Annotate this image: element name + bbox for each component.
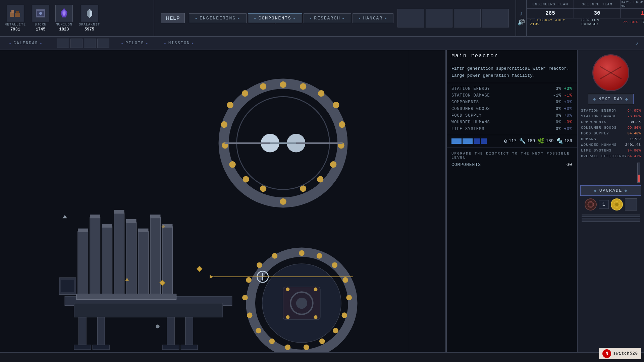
pilot-slot-4[interactable]: [97, 39, 109, 48]
stat-life-label: LIFE SYSTEMS: [451, 127, 484, 131]
munilon-label: MUNILON: [56, 23, 72, 26]
rs-efficiency-val: 64.47%: [627, 154, 641, 158]
svg-point-75: [319, 339, 325, 344]
svg-rect-16: [185, 317, 193, 345]
pilot-slot-2[interactable]: [70, 39, 83, 48]
rs-life-label: LIFE SYSTEMS: [581, 148, 611, 153]
tab-components[interactable]: COMPONENTS: [248, 13, 302, 23]
stat-life-pct: 0%: [556, 127, 561, 131]
pilot-slot-3[interactable]: [84, 39, 96, 48]
science-header: SCIENCE TEAM: [574, 0, 621, 8]
rs-food-label: FOOD SUPPLY: [581, 131, 609, 135]
tab-engineering[interactable]: ENGINEERING: [189, 13, 246, 23]
upgrade-section: UPGRADE THE DISTRICT TO THE NEXT POSSIBL…: [447, 147, 577, 352]
munilon-icon: [55, 5, 73, 22]
svg-point-44: [300, 83, 306, 89]
svg-point-71: [342, 277, 348, 283]
res4: 🔩 189: [556, 138, 572, 144]
upgrade-arrow-left: ◆: [594, 188, 597, 193]
map-panel[interactable]: /* chain dots rendered below via circles…: [0, 50, 446, 352]
quick-slot-3[interactable]: [454, 9, 481, 27]
svg-point-90: [314, 288, 317, 291]
skalaknit-value: 5975: [85, 27, 94, 32]
pilot-slot-1[interactable]: [57, 39, 69, 48]
svg-rect-17: [74, 345, 91, 350]
quick-slot-1[interactable]: [397, 9, 424, 27]
svg-point-102: [156, 324, 160, 328]
svg-rect-39: [61, 280, 74, 292]
quick-slot-2[interactable]: [426, 9, 452, 27]
svg-point-104: [589, 203, 592, 206]
rs-life-val: 34.90%: [627, 148, 641, 153]
upgrade-btn-label: UPGRADE: [599, 188, 623, 193]
pbar-2: [463, 138, 473, 144]
nav-calendar[interactable]: CALENDAR: [5, 40, 46, 47]
upgrade-button[interactable]: ◆ UPGRADE ◆: [580, 185, 641, 196]
cost-value: 60: [566, 162, 572, 167]
svg-rect-24: [114, 213, 124, 296]
svg-rect-32: [114, 210, 124, 214]
stat-wounded-values: 0% -0%: [556, 120, 572, 125]
nav-mission[interactable]: MISSION: [160, 40, 198, 47]
resource-munilon: MUNILON 1823: [53, 4, 75, 33]
mission-label: MISSION: [168, 41, 190, 46]
svg-rect-30: [90, 215, 100, 218]
svg-rect-22: [90, 217, 100, 296]
rs-damage-label: STATION DAMAGE: [581, 114, 616, 118]
stat-energy-label: STATION ENERGY: [451, 86, 490, 91]
svg-rect-26: [138, 231, 148, 296]
resource-circle-icon: [585, 198, 597, 210]
stat-damage-delta: -1%: [564, 93, 572, 98]
svg-rect-1: [11, 10, 14, 13]
stat-life-delta: +0%: [564, 127, 572, 131]
svg-rect-25: [126, 222, 136, 296]
tab-research[interactable]: RESEARCH: [304, 13, 351, 23]
rs-wounded: WOUNDED HUMANS 2401.43: [580, 142, 641, 147]
tab-engineering-label: ENGINEERING: [200, 16, 236, 21]
stat-consumer-values: 0% +0%: [556, 107, 572, 111]
svg-rect-20: [181, 345, 198, 350]
svg-point-70: [332, 262, 337, 268]
rs-consumer-val: 99.80%: [627, 126, 641, 130]
stats-headers: ENGINEERS TEAM SCIENCE TEAM DAYS FROM TU…: [527, 0, 644, 9]
svg-point-73: [341, 312, 347, 318]
svg-point-69: [317, 253, 322, 259]
next-day-button[interactable]: ◆ NEXT DAY ◆: [588, 94, 634, 104]
sound-panel: ♪ 🔊: [516, 0, 526, 36]
svg-rect-0: [10, 12, 14, 17]
resource-bjorn: BJORN 1745: [30, 4, 51, 33]
rs-energy: STATION ENERGY 64.95%: [580, 108, 641, 113]
tab-hangar[interactable]: HANGAR: [353, 13, 393, 23]
help-button[interactable]: HELP: [161, 13, 185, 23]
stat-row-components: COMPONENTS 0% +0%: [451, 100, 572, 105]
music-icon[interactable]: ♪: [520, 10, 523, 17]
stat-consumer-label: CONSUMER GOODS: [451, 107, 490, 111]
stat-damage-label: STATION DAMAGE: [451, 93, 490, 98]
energy-bar-container: [637, 163, 640, 183]
rs-components: COMPONENTS 38.25: [580, 120, 641, 124]
svg-rect-33: [126, 219, 136, 223]
tab-research-label: RESEARCH: [314, 16, 340, 21]
map-svg: /* chain dots rendered below via circles…: [0, 50, 445, 352]
rs-life: LIFE SYSTEMS 34.90%: [580, 148, 641, 153]
quick-slot-4[interactable]: [482, 9, 509, 27]
sound-icon[interactable]: 🔊: [518, 18, 525, 26]
rs-energy-val: 64.95%: [627, 109, 641, 113]
stat-wounded-label: WOUNDED HUMANS: [451, 120, 490, 125]
svg-point-45: [318, 90, 324, 97]
science-value: 30: [574, 9, 621, 18]
stat-food-pct: 0%: [556, 113, 561, 118]
stat-row-energy: STATION ENERGY 3% +3%: [451, 86, 572, 91]
nav-arrow-icon: ↗: [635, 40, 639, 47]
stat-row-life: LIFE SYSTEMS 0% +0%: [451, 127, 572, 131]
svg-point-57: [221, 121, 227, 128]
svg-point-89: [286, 288, 289, 291]
res2-icon: 🔧: [519, 138, 526, 144]
svg-rect-3: [16, 11, 19, 13]
nd-arrow-left: ◆: [593, 96, 596, 102]
svg-rect-15: [167, 317, 174, 345]
svg-rect-35: [150, 215, 160, 218]
stat-wounded-pct: 0%: [556, 120, 561, 125]
nav-pilots[interactable]: PILOTS: [117, 40, 152, 47]
stat-comp-label: COMPONENTS: [451, 100, 479, 105]
